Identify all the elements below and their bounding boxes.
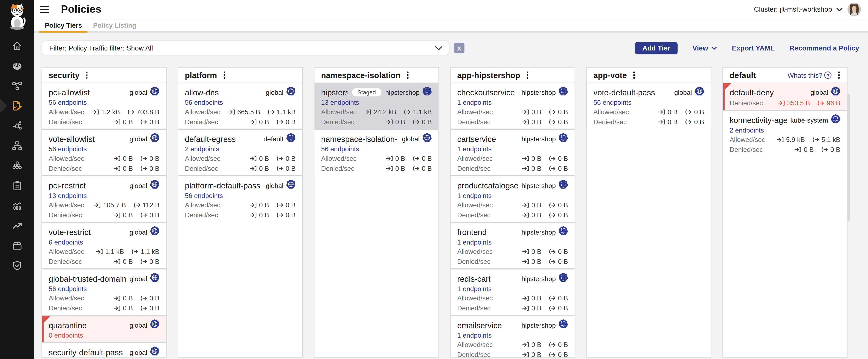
endpoints-link[interactable]: 2 endpoints (185, 145, 296, 153)
add-tier-button[interactable]: Add Tier (635, 42, 678, 54)
policy-card-header: pci-allowlist global (49, 87, 159, 98)
policy-name: global-trusted-domains (49, 274, 126, 283)
sidebar-item-endpoints[interactable] (0, 136, 34, 156)
endpoints-link[interactable]: 1 endpoints (457, 285, 568, 293)
sidebar-item-trends[interactable] (0, 216, 34, 236)
policy-card[interactable]: vote-default-pass global 56 endpoints Al… (587, 83, 711, 129)
board-scrollbar[interactable] (847, 94, 850, 221)
policy-card[interactable]: default-deny global Denied/sec 353.5 B (723, 83, 847, 110)
endpoints-link[interactable]: 2 endpoints (730, 126, 840, 134)
dashboard-gauge-icon (11, 60, 22, 72)
endpoints-link[interactable]: 56 endpoints (49, 145, 159, 153)
export-yaml-button[interactable]: Export YAML (732, 44, 775, 52)
inbound-pair: 0 B (250, 201, 269, 209)
clear-filter-button[interactable]: X (454, 43, 465, 53)
namespace-scope-icon: ns (558, 86, 568, 96)
endpoints-link[interactable]: 1 endpoints (457, 332, 568, 339)
tier-menu-button[interactable] (83, 70, 91, 81)
endpoints-link[interactable]: 13 endpoints (49, 192, 159, 199)
sidebar-item-network-sets[interactable] (0, 156, 34, 176)
policy-card[interactable]: vote-allowlist global 56 endpoints Allow… (42, 129, 166, 175)
tier-column: platform ? allow-dns global 56 endpoints… (178, 67, 303, 358)
sidebar-item-compliance[interactable] (0, 176, 34, 196)
policy-card[interactable]: vote-restrict global 6 endpoints Allowed… (42, 222, 166, 268)
endpoints-link[interactable]: 56 endpoints (593, 99, 704, 106)
namespace-scope-icon: ns (558, 133, 568, 142)
policy-card[interactable]: redis-cart hipstershop ns 1 endpoints Al… (451, 268, 575, 315)
endpoints-link[interactable]: 56 endpoints (185, 99, 296, 106)
tier-menu-button[interactable] (523, 70, 531, 81)
tier-menu-button[interactable] (835, 70, 843, 81)
endpoints-link[interactable]: 1 endpoints (457, 145, 568, 153)
main-area: Policies Cluster: jlt-msft-workshop Po (34, 0, 868, 359)
denied-values: 0 B 0 B (114, 304, 159, 312)
policy-card[interactable]: platform-default-pass global 56 endpoint… (178, 175, 302, 222)
outbound-traffic-icon (140, 259, 147, 265)
sidebar-item-network-visualization[interactable] (0, 116, 34, 136)
policy-card[interactable]: pci-restrict global 13 endpoints Allowed… (42, 175, 166, 222)
sidebar-item-dashboard[interactable] (0, 56, 34, 76)
inbound-pair: 0 B (522, 295, 541, 302)
view-menu-button[interactable]: View (692, 44, 717, 52)
inbound-value: 0 B (259, 155, 269, 162)
tier-menu-button[interactable] (404, 70, 412, 81)
tier-column-header: app-vote ? (587, 68, 711, 83)
sidebar-item-home[interactable] (0, 36, 34, 56)
policy-card[interactable]: allow-dns global 56 endpoints Allowed/se… (178, 83, 302, 129)
outbound-traffic-icon (821, 147, 828, 153)
policy-card[interactable]: frontend hipstershop ns 1 endpoints Allo… (451, 222, 575, 268)
policy-card[interactable]: pci-allowlist global 56 endpoints Allowe… (42, 83, 166, 129)
endpoints-link[interactable]: 1 endpoints (457, 192, 568, 199)
tab-policy-listing[interactable]: Policy Listing (88, 19, 142, 31)
tab-policy-tiers[interactable]: Policy Tiers (39, 19, 88, 31)
user-avatar[interactable] (847, 3, 861, 16)
inbound-pair: 353.5 B (778, 99, 810, 107)
sidebar-item-service-graph[interactable] (0, 76, 34, 96)
endpoints-link[interactable]: 6 endpoints (49, 238, 159, 246)
endpoints-link[interactable]: 1 endpoints (457, 238, 568, 246)
allowed-values: 0 B 0 B (522, 248, 568, 255)
global-scope-icon (150, 319, 159, 329)
policy-card[interactable]: global-trusted-domains global 56 endpoin… (42, 268, 166, 315)
policy-scope: global (266, 86, 296, 98)
policy-card[interactable]: quarantine global 0 endpoints (42, 315, 166, 342)
calico-cat-logo[interactable] (5, 2, 29, 31)
endpoints-link[interactable]: 56 endpoints (49, 285, 159, 293)
policy-card[interactable]: namespace-isolation-default-p… global 56… (314, 129, 439, 175)
policy-card[interactable]: productcatalogservice hipstershop ns 1 e… (451, 175, 575, 222)
whats-this-link[interactable]: Whats this? ? (787, 71, 832, 79)
endpoints-link[interactable]: 56 endpoints (49, 99, 159, 106)
tier-menu-button[interactable] (220, 70, 228, 81)
policy-traffic-filter-select[interactable]: Filter: Policy Traffic filter: Show All (41, 40, 450, 55)
policy-card[interactable]: emailservice hipstershop ns 1 endpoints … (451, 315, 575, 357)
denied-per-sec-row: Denied/sec 0 B 0 B (730, 146, 840, 154)
policy-card[interactable]: hipstershop-gh… Staged hipstershop ns 13… (314, 83, 439, 129)
inbound-value: 0 B (668, 118, 678, 126)
policy-card[interactable]: security-default-pass global 56 endpoint… (42, 342, 166, 357)
cluster-selector[interactable]: Cluster: jlt-msft-workshop (754, 6, 842, 13)
sidebar-item-activity[interactable] (0, 196, 34, 216)
policy-card[interactable]: checkoutservice hipstershop ns 1 endpoin… (451, 83, 575, 129)
endpoints-link[interactable]: 1 endpoints (457, 99, 568, 106)
policy-name: pci-restrict (49, 181, 86, 190)
policy-scope-icon-slot: ns (558, 226, 568, 238)
policy-card[interactable]: cartservice hipstershop ns 1 endpoints A… (451, 129, 575, 175)
svg-text:ns: ns (562, 186, 564, 188)
sidebar-item-image-assurance[interactable] (0, 236, 34, 255)
tier-menu-button[interactable] (630, 70, 638, 81)
hamburger-menu-button[interactable] (40, 6, 49, 13)
policy-card[interactable]: default-egress default ns 2 endpoints Al… (178, 129, 302, 175)
policy-scope-label: global (129, 135, 147, 143)
sidebar-item-threat-defense[interactable] (0, 255, 34, 275)
endpoints-link[interactable]: 56 endpoints (321, 145, 432, 153)
policy-card-header: vote-restrict global (49, 227, 159, 237)
endpoints-link[interactable]: 0 endpoints (49, 332, 159, 339)
outbound-pair: 0 B (140, 295, 159, 302)
outbound-value: 1.1 kB (277, 108, 296, 116)
sidebar-item-policies[interactable] (0, 96, 34, 116)
endpoints-link[interactable]: 56 endpoints (185, 192, 296, 199)
endpoints-link[interactable]: 13 endpoints (321, 99, 432, 106)
recommend-policy-button[interactable]: Recommend a Policy (789, 44, 859, 52)
policy-scope: global (129, 273, 159, 284)
policy-card[interactable]: konnectivity-agent kube-system ns 2 endp… (723, 110, 847, 156)
